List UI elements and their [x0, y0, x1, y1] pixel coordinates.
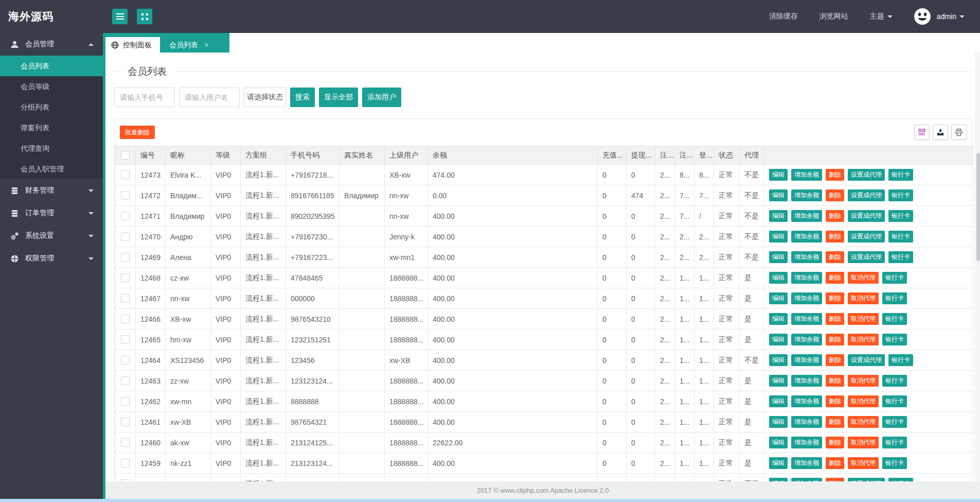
print-button[interactable] [951, 125, 967, 140]
phone-input[interactable] [114, 88, 175, 107]
sidebar-item-0-1[interactable]: 会员等级 [0, 76, 103, 97]
sidebar-section-4[interactable]: 权限管理 [0, 247, 103, 270]
delete-button[interactable]: 删除 [826, 375, 844, 387]
show-all-button[interactable]: 显示全部 [319, 88, 358, 107]
bottom-scrollbar[interactable] [0, 499, 980, 502]
edit-button[interactable]: 编辑 [769, 189, 788, 201]
sidebar-item-0-3[interactable]: 弹窗列表 [0, 117, 103, 138]
collapse-menu-button[interactable] [112, 9, 128, 24]
sidebar-item-0-0[interactable]: 会员列表 [0, 56, 103, 76]
agent-toggle-button[interactable]: 设置成代理 [848, 210, 885, 222]
bank-card-button[interactable]: 银行卡 [888, 231, 913, 243]
row-checkbox[interactable] [121, 253, 130, 262]
bank-card-button[interactable]: 银行卡 [882, 395, 907, 407]
edit-button[interactable]: 编辑 [769, 210, 788, 222]
add-balance-button[interactable]: 增加余额 [791, 334, 822, 345]
edit-button[interactable]: 编辑 [769, 457, 788, 469]
agent-toggle-button[interactable]: 取消代理 [848, 437, 879, 448]
agent-toggle-button[interactable]: 取消代理 [848, 313, 879, 325]
edit-button[interactable]: 编辑 [769, 272, 788, 284]
sidebar-section-3[interactable]: 系统设置 [0, 224, 103, 247]
add-balance-button[interactable]: 增加余额 [791, 231, 822, 243]
sidebar-item-0-5[interactable]: 会员入职管理 [0, 159, 103, 179]
edit-button[interactable]: 编辑 [769, 313, 788, 325]
search-button[interactable]: 搜索 [290, 88, 315, 107]
bank-card-button[interactable]: 银行卡 [882, 334, 907, 345]
add-balance-button[interactable]: 增加余额 [791, 292, 822, 304]
add-balance-button[interactable]: 增加余额 [791, 437, 822, 448]
delete-button[interactable]: 删除 [826, 313, 844, 325]
add-balance-button[interactable]: 增加余额 [791, 313, 822, 325]
add-balance-button[interactable]: 增加余额 [791, 416, 822, 428]
row-checkbox[interactable] [121, 294, 130, 303]
bank-card-button[interactable]: 银行卡 [882, 272, 907, 284]
delete-button[interactable]: 删除 [826, 292, 844, 304]
delete-button[interactable]: 删除 [826, 189, 844, 201]
delete-button[interactable]: 删除 [826, 416, 844, 428]
agent-toggle-button[interactable]: 取消代理 [848, 457, 879, 469]
row-checkbox[interactable] [121, 459, 130, 468]
bank-card-button[interactable]: 银行卡 [888, 478, 913, 481]
delete-button[interactable]: 删除 [826, 437, 844, 448]
bank-card-button[interactable]: 银行卡 [882, 375, 907, 387]
batch-delete-button[interactable]: 批量删除 [120, 126, 155, 139]
add-balance-button[interactable]: 增加余额 [791, 272, 822, 284]
columns-toggle-button[interactable] [914, 125, 930, 140]
bank-card-button[interactable]: 银行卡 [882, 416, 907, 428]
row-checkbox[interactable] [121, 170, 130, 179]
edit-button[interactable]: 编辑 [769, 251, 788, 263]
bank-card-button[interactable]: 银行卡 [888, 354, 913, 366]
add-balance-button[interactable]: 增加余额 [791, 210, 822, 222]
add-user-button[interactable]: 添加用户 [362, 88, 401, 107]
sidebar-item-0-2[interactable]: 分组列表 [0, 97, 103, 117]
bank-card-button[interactable]: 银行卡 [888, 251, 913, 263]
clear-cache-link[interactable]: 清除缓存 [769, 12, 798, 21]
status-select[interactable]: 请选择状态 [244, 88, 286, 107]
add-balance-button[interactable]: 增加余额 [791, 251, 822, 263]
add-balance-button[interactable]: 增加余额 [791, 375, 822, 387]
bank-card-button[interactable]: 银行卡 [888, 189, 913, 201]
theme-dropdown[interactable]: 主题 [870, 12, 893, 21]
delete-button[interactable]: 删除 [826, 272, 844, 284]
agent-toggle-button[interactable]: 取消代理 [848, 272, 879, 284]
sidebar-section-1[interactable]: 财务管理 [0, 179, 103, 202]
row-checkbox[interactable] [121, 335, 130, 344]
bank-card-button[interactable]: 银行卡 [888, 169, 913, 181]
edit-button[interactable]: 编辑 [769, 437, 788, 448]
select-all-checkbox[interactable] [121, 151, 130, 160]
row-checkbox[interactable] [121, 397, 130, 406]
bank-card-button[interactable]: 银行卡 [882, 292, 907, 304]
agent-toggle-button[interactable]: 设置成代理 [848, 354, 885, 366]
tab-1[interactable]: 会员列表× [160, 37, 218, 53]
agent-toggle-button[interactable]: 设置成代理 [848, 251, 885, 263]
agent-toggle-button[interactable]: 设置成代理 [848, 169, 885, 181]
delete-button[interactable]: 删除 [826, 457, 844, 469]
add-balance-button[interactable]: 增加余额 [791, 457, 822, 469]
row-checkbox[interactable] [121, 232, 130, 241]
agent-toggle-button[interactable]: 取消代理 [848, 292, 879, 304]
delete-button[interactable]: 删除 [826, 251, 844, 263]
browse-site-link[interactable]: 浏览网站 [819, 12, 848, 21]
delete-button[interactable]: 删除 [826, 334, 844, 345]
row-checkbox[interactable] [121, 212, 130, 220]
vertical-scrollbar[interactable] [975, 53, 980, 499]
export-button[interactable] [933, 125, 948, 140]
agent-toggle-button[interactable]: 取消代理 [848, 395, 879, 407]
username-input[interactable] [179, 88, 240, 107]
admin-dropdown[interactable]: admin [937, 12, 965, 21]
bank-card-button[interactable]: 银行卡 [882, 457, 907, 469]
bank-card-button[interactable]: 银行卡 [882, 313, 907, 325]
sidebar-section-0[interactable]: 会员管理 [0, 33, 103, 56]
add-balance-button[interactable]: 增加余额 [791, 354, 822, 366]
avatar[interactable] [913, 7, 932, 26]
agent-toggle-button[interactable]: 设置成代理 [848, 478, 885, 481]
row-checkbox[interactable] [121, 191, 130, 200]
edit-button[interactable]: 编辑 [769, 334, 788, 345]
delete-button[interactable]: 删除 [826, 231, 844, 243]
bank-card-button[interactable]: 银行卡 [882, 437, 907, 448]
edit-button[interactable]: 编辑 [769, 292, 788, 304]
close-icon[interactable]: × [204, 37, 209, 53]
delete-button[interactable]: 删除 [826, 395, 844, 407]
delete-button[interactable]: 删除 [826, 354, 844, 366]
bank-card-button[interactable]: 银行卡 [888, 210, 913, 222]
